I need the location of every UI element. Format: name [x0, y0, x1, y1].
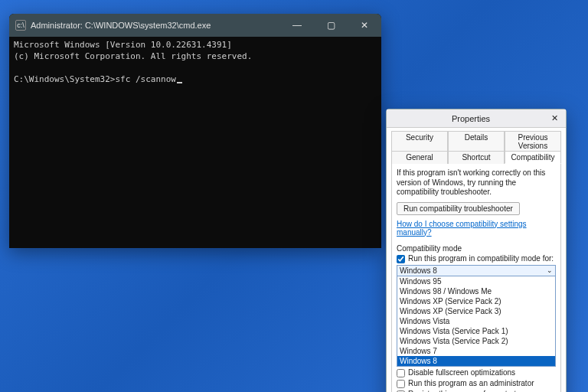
compat-description: If this program isn't working correctly … [397, 168, 556, 198]
properties-dialog: Properties ✕ Security Details Previous V… [386, 109, 567, 392]
disable-fullscreen-input[interactable] [397, 369, 405, 377]
close-button[interactable]: ✕ [348, 14, 381, 37]
properties-title: Properties [393, 114, 549, 123]
compat-mode-selected: Windows 8 [400, 266, 437, 275]
run-as-admin-label: Run this program as an administrator [408, 379, 534, 387]
run-as-admin-input[interactable] [397, 380, 405, 388]
run-as-admin-checkbox[interactable]: Run this program as an administrator [397, 379, 556, 388]
register-restart-label: Register this program for restart [408, 390, 516, 393]
cmd-title: Administrator: C:\WINDOWS\system32\cmd.e… [31, 21, 280, 30]
tabs-row-2: General Shortcut Compatibility [391, 151, 561, 163]
run-troubleshooter-button[interactable]: Run compatibility troubleshooter [397, 202, 520, 215]
opt-win7[interactable]: Windows 7 [397, 346, 555, 356]
opt-winxp-sp2[interactable]: Windows XP (Service Pack 2) [397, 296, 555, 306]
opt-winxp-sp3[interactable]: Windows XP (Service Pack 3) [397, 306, 555, 316]
disable-fullscreen-checkbox[interactable]: Disable fullscreen optimizations [397, 368, 556, 377]
opt-vista[interactable]: Windows Vista [397, 316, 555, 326]
register-restart-checkbox[interactable]: Register this program for restart [397, 390, 556, 393]
tab-general[interactable]: General [391, 151, 448, 164]
disable-fullscreen-label: Disable fullscreen optimizations [408, 368, 515, 377]
tab-security[interactable]: Security [391, 131, 448, 152]
cursor-icon [177, 82, 182, 83]
cmd-window: c:\ Administrator: C:\WINDOWS\system32\c… [9, 14, 381, 248]
cmd-line-copyright: (c) Microsoft Corporation. All rights re… [14, 51, 252, 61]
cmd-prompt: C:\Windows\System32> [14, 74, 115, 84]
cmd-command: sfc /scannow [115, 74, 175, 84]
cmd-output[interactable]: Microsoft Windows [Version 10.0.22631.43… [9, 37, 381, 88]
compat-mode-checkbox[interactable]: Run this program in compatibility mode f… [397, 254, 556, 263]
chevron-down-icon: ⌄ [547, 266, 553, 274]
cmd-line-version: Microsoft Windows [Version 10.0.22631.43… [14, 40, 232, 50]
compat-mode-checkbox-label: Run this program in compatibility mode f… [408, 254, 554, 263]
compat-mode-dropdown[interactable]: Windows 95 Windows 98 / Windows Me Windo… [397, 276, 556, 367]
opt-win8[interactable]: Windows 8 [397, 356, 555, 366]
maximize-button[interactable]: ▢ [314, 14, 348, 37]
cmd-titlebar[interactable]: c:\ Administrator: C:\WINDOWS\system32\c… [9, 14, 381, 37]
close-icon[interactable]: ✕ [549, 113, 560, 123]
compat-mode-checkbox-input[interactable] [397, 255, 405, 263]
tab-shortcut[interactable]: Shortcut [448, 151, 505, 164]
tab-previous-versions[interactable]: Previous Versions [505, 131, 561, 152]
opt-win98[interactable]: Windows 98 / Windows Me [397, 286, 555, 296]
opt-vista-sp2[interactable]: Windows Vista (Service Pack 2) [397, 336, 555, 346]
tabs-row-1: Security Details Previous Versions [391, 131, 561, 151]
help-link[interactable]: How do I choose compatibility settings m… [397, 220, 556, 237]
compat-mode-label: Compatibility mode [397, 244, 556, 253]
cmd-icon: c:\ [15, 20, 26, 31]
compat-mode-combo[interactable]: Windows 8 ⌄ [397, 265, 556, 276]
opt-vista-sp1[interactable]: Windows Vista (Service Pack 1) [397, 326, 555, 336]
properties-titlebar[interactable]: Properties ✕ [387, 109, 566, 128]
tab-details[interactable]: Details [448, 131, 505, 152]
tab-compatibility[interactable]: Compatibility [505, 151, 561, 164]
opt-win95[interactable]: Windows 95 [397, 276, 555, 286]
compatibility-pane: If this program isn't working correctly … [391, 163, 561, 392]
minimize-button[interactable]: — [280, 14, 314, 37]
